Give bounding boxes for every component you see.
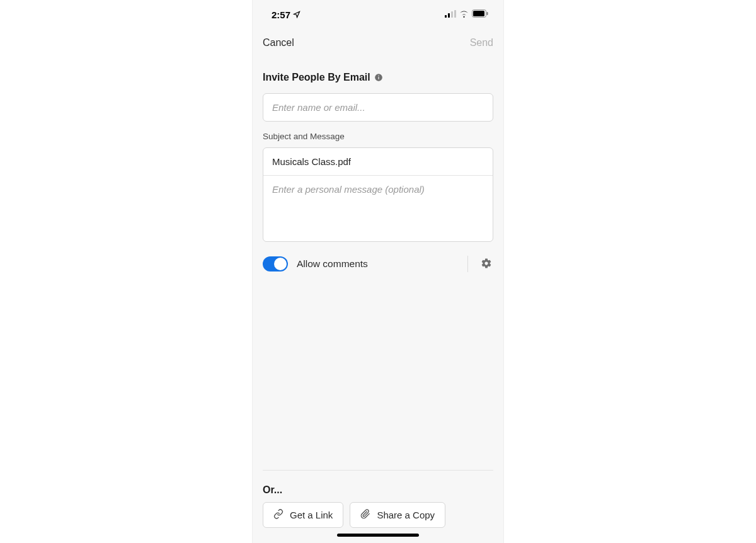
status-time-text: 2:57: [272, 9, 290, 20]
settings-button[interactable]: [479, 256, 493, 272]
subject-message-label: Subject and Message: [253, 122, 503, 142]
svg-rect-6: [487, 12, 488, 15]
svg-rect-9: [378, 76, 379, 76]
location-arrow-icon: [293, 9, 301, 20]
allow-comments-row: Allow comments: [253, 242, 503, 278]
gear-icon: [481, 261, 492, 271]
allow-comments-toggle[interactable]: [263, 256, 288, 272]
settings-divider: [467, 256, 493, 272]
share-sheet-screen: 2:57: [252, 0, 504, 543]
send-button[interactable]: Send: [470, 37, 493, 49]
status-time: 2:57: [272, 9, 301, 20]
subject-input[interactable]: [263, 148, 493, 176]
get-link-label: Get a Link: [290, 510, 333, 520]
or-label: Or...: [253, 471, 503, 502]
svg-rect-8: [378, 77, 379, 79]
nav-bar: Cancel Send: [253, 29, 503, 57]
paperclip-icon: [360, 509, 370, 521]
wifi-icon: [459, 9, 469, 20]
share-copy-button[interactable]: Share a Copy: [350, 502, 445, 528]
message-input[interactable]: [263, 176, 493, 239]
allow-comments-label: Allow comments: [297, 258, 459, 270]
svg-rect-1: [448, 13, 450, 18]
svg-rect-2: [451, 11, 453, 18]
share-copy-label: Share a Copy: [377, 510, 435, 520]
email-field-container: [263, 93, 493, 122]
battery-icon: [472, 9, 488, 20]
svg-rect-3: [454, 10, 456, 18]
info-icon[interactable]: [374, 73, 383, 82]
cellular-signal-icon: [445, 9, 456, 20]
invite-title-row: Invite People By Email: [253, 57, 503, 88]
email-input[interactable]: [263, 94, 493, 121]
message-group: [263, 147, 493, 242]
link-icon: [273, 509, 284, 521]
get-link-button[interactable]: Get a Link: [263, 502, 343, 528]
status-right-icons: [445, 9, 488, 20]
flex-spacer: [253, 278, 503, 470]
home-indicator[interactable]: [337, 534, 419, 537]
cancel-button[interactable]: Cancel: [263, 37, 294, 49]
invite-title: Invite People By Email: [263, 72, 370, 83]
toggle-knob: [274, 258, 287, 270]
status-bar: 2:57: [253, 0, 503, 29]
svg-rect-5: [473, 11, 484, 16]
svg-rect-0: [445, 15, 447, 18]
alt-actions-row: Get a Link Share a Copy: [253, 502, 503, 543]
